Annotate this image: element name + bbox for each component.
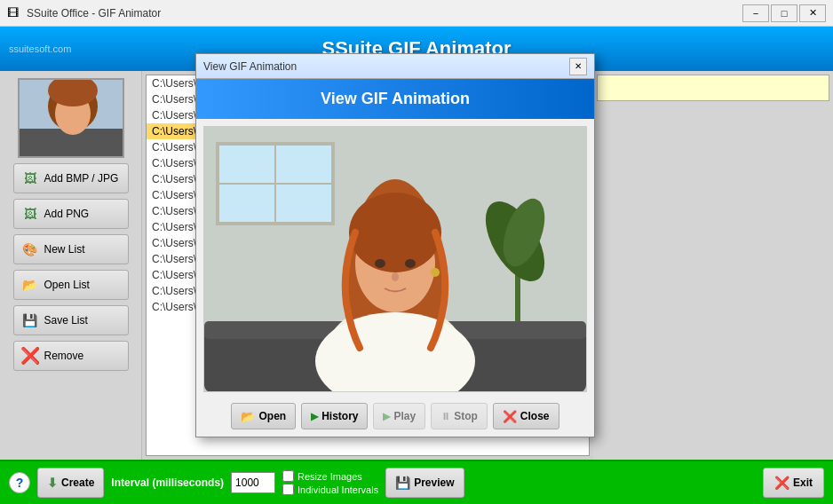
- individual-intervals-checkbox[interactable]: [282, 484, 294, 495]
- right-panel: [593, 71, 833, 460]
- new-list-label: New List: [44, 243, 85, 256]
- open-list-button[interactable]: 📂 Open List: [13, 270, 129, 300]
- save-list-label: Save List: [44, 314, 88, 327]
- modal-stop-label: Stop: [454, 410, 478, 422]
- thumbnail-image: [20, 80, 123, 156]
- remove-button[interactable]: ❌ Remove: [13, 341, 129, 371]
- bottom-bar: ? ⬇ Create Interval (milliseconds) Resiz…: [0, 460, 833, 504]
- svg-point-19: [375, 259, 385, 268]
- app-icon: 🎞: [7, 6, 21, 20]
- modal-play-button[interactable]: ▶ Play: [373, 403, 425, 429]
- modal-open-label: Open: [258, 410, 286, 422]
- modal-play-label: Play: [393, 410, 416, 422]
- remove-icon: ❌: [21, 349, 39, 363]
- play-icon: ▶: [383, 411, 390, 422]
- options-group: Resize Images Individual Intervals: [282, 470, 378, 495]
- logo-url: ssuitesoft.com: [9, 43, 71, 54]
- add-bmp-jpg-button[interactable]: 🖼 Add BMP / JPG: [13, 163, 129, 193]
- remove-label: Remove: [44, 350, 84, 362]
- title-bar: 🎞 SSuite Office - GIF Animator − □ ✕: [0, 0, 833, 27]
- exit-icon: ❌: [774, 476, 789, 490]
- save-list-icon: 💾: [21, 313, 39, 327]
- new-list-button[interactable]: 🎨 New List: [13, 234, 129, 264]
- add-png-label: Add PNG: [44, 208, 90, 220]
- close-modal-icon: ❌: [503, 410, 517, 423]
- svg-point-22: [431, 268, 440, 277]
- open-list-icon: 📂: [21, 278, 39, 292]
- modal-stop-button[interactable]: ⏸ Stop: [431, 403, 488, 429]
- svg-point-18: [349, 193, 441, 272]
- modal-history-label: History: [321, 410, 358, 422]
- modal-titlebar: View GIF Animation ✕: [196, 54, 594, 79]
- open-list-label: Open List: [44, 279, 90, 291]
- help-label: ?: [16, 476, 24, 490]
- modal-close-label: Close: [520, 410, 550, 422]
- modal-title: View GIF Animation: [203, 60, 569, 73]
- modal-header-title: View GIF Animation: [321, 90, 470, 107]
- modal-close-x-button[interactable]: ✕: [569, 58, 587, 75]
- new-list-icon: 🎨: [21, 242, 39, 256]
- window-controls: − □ ✕: [742, 4, 826, 22]
- modal-footer: 📂 Open ▶ History ▶ Play ⏸ Stop ❌ Close: [196, 399, 594, 437]
- preview-button[interactable]: 💾 Preview: [385, 468, 464, 498]
- create-label: Create: [61, 476, 94, 489]
- preview-icon: 💾: [395, 476, 410, 490]
- modal-dialog: View GIF Animation ✕ View GIF Animation: [195, 53, 595, 437]
- interval-input[interactable]: [231, 472, 275, 493]
- modal-history-button[interactable]: ▶ History: [301, 403, 368, 429]
- modal-close-button[interactable]: ❌ Close: [493, 403, 559, 429]
- add-png-button[interactable]: 🖼 Add PNG: [13, 199, 129, 229]
- interval-label: Interval (milliseconds): [111, 476, 224, 489]
- help-button[interactable]: ?: [9, 472, 30, 493]
- modal-header: View GIF Animation: [196, 79, 594, 119]
- history-icon: ▶: [311, 411, 318, 422]
- resize-images-label[interactable]: Resize Images: [282, 470, 378, 482]
- output-field: [597, 75, 829, 101]
- exit-label: Exit: [793, 476, 813, 489]
- preview-label: Preview: [414, 476, 454, 489]
- exit-button[interactable]: ❌ Exit: [763, 468, 824, 498]
- create-button[interactable]: ⬇ Create: [37, 468, 104, 498]
- image-add-icon: 🖼: [21, 171, 39, 185]
- svg-point-20: [405, 259, 416, 268]
- sidebar: 🖼 Add BMP / JPG 🖼 Add PNG 🎨 New List 📂 O…: [0, 71, 142, 460]
- resize-images-checkbox[interactable]: [282, 470, 294, 482]
- png-add-icon: 🖼: [21, 207, 39, 221]
- save-list-button[interactable]: 💾 Save List: [13, 305, 129, 335]
- individual-intervals-label[interactable]: Individual Intervals: [282, 484, 378, 495]
- window-title: SSuite Office - GIF Animator: [27, 7, 742, 20]
- gif-preview-area: [203, 126, 587, 392]
- stop-icon: ⏸: [440, 411, 450, 421]
- modal-open-button[interactable]: 📂 Open: [231, 403, 296, 429]
- close-button[interactable]: ✕: [799, 4, 826, 22]
- minimize-button[interactable]: −: [742, 4, 769, 22]
- maximize-button[interactable]: □: [771, 4, 797, 22]
- thumbnail-preview: [18, 78, 124, 158]
- modal-body: [196, 119, 594, 399]
- svg-point-21: [392, 272, 399, 281]
- open-modal-icon: 📂: [241, 410, 255, 423]
- add-bmp-jpg-label: Add BMP / JPG: [44, 172, 119, 185]
- create-icon: ⬇: [47, 476, 58, 490]
